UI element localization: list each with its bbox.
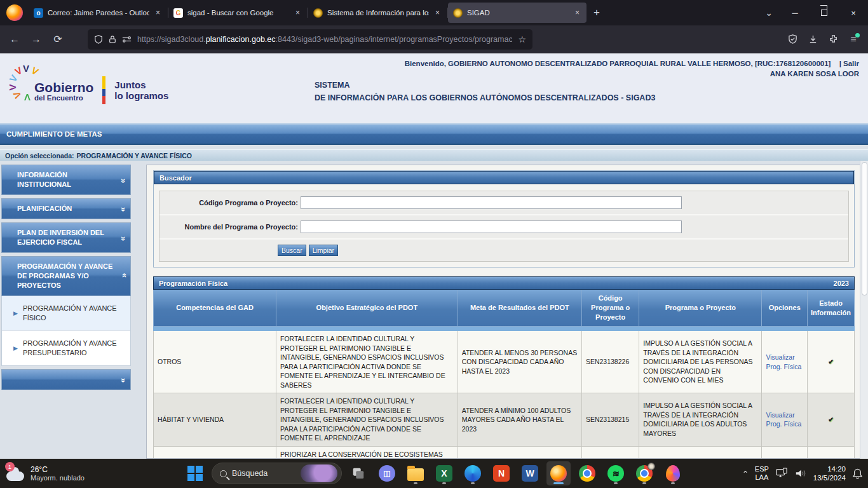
tab-close-icon[interactable]: ×: [294, 8, 302, 17]
flag-bar-icon: [102, 76, 105, 104]
back-icon[interactable]: ←: [5, 30, 24, 49]
volume-icon[interactable]: [794, 468, 807, 479]
buscar-button[interactable]: Buscar: [278, 245, 306, 256]
teams-chat-button[interactable]: ◫: [375, 461, 399, 485]
protections-icon[interactable]: [783, 30, 802, 49]
flame-app-button[interactable]: [661, 461, 685, 485]
extensions-icon[interactable]: [824, 30, 843, 49]
col-opciones: Opciones: [762, 290, 808, 327]
word-icon: W: [522, 465, 538, 482]
tab-sigad-active[interactable]: SIGAD ×: [448, 3, 587, 23]
edge-icon: [465, 465, 481, 482]
sidebar-subitem-avance-presupuestario[interactable]: ▶ PROGRAMACIÓN Y AVANCE PRESUPUESTARIO: [2, 331, 130, 365]
logo-slogan: Juntos lo logramos: [114, 79, 168, 101]
firefox-logo-icon[interactable]: [6, 4, 23, 21]
col-competencias: Competencias del GAD: [154, 290, 276, 327]
chrome-profile-button[interactable]: [632, 461, 656, 485]
tab-close-icon[interactable]: ×: [573, 8, 581, 17]
sidebar-item-informacion-institucional[interactable]: INFORMACIÓN INSTITUCIONAL »: [1, 165, 131, 195]
chrome-button[interactable]: [575, 461, 599, 485]
bookmark-star-icon[interactable]: ☆: [518, 34, 526, 44]
clock[interactable]: 14:20 13/5/2024: [813, 464, 846, 482]
menu-bar[interactable]: CUMPLIMIENTO DE METAS: [0, 123, 868, 145]
nombre-input[interactable]: [301, 220, 682, 233]
cell-codigo: SEN23138202: [581, 446, 639, 459]
tab-title: Sistema de Información para los: [327, 9, 429, 17]
taskbar-center: Búsqueda ◫ X N W ≋: [183, 459, 685, 488]
browser-tab-bar: o Correo: Jaime Paredes - Outloo × G sig…: [0, 0, 868, 25]
lock-icon[interactable]: [109, 35, 116, 44]
network-icon[interactable]: [775, 468, 788, 479]
google-favicon-icon: G: [173, 8, 183, 18]
shield-icon[interactable]: [94, 35, 103, 44]
content-row: INFORMACIÓN INSTITUCIONAL » PLANIFICACIÓ…: [0, 161, 868, 459]
search-panel-title: Buscador: [159, 174, 192, 182]
permissions-icon[interactable]: [122, 36, 132, 43]
visualizar-link[interactable]: Visualizar Prog. Física: [766, 411, 801, 428]
sidebar-item-finalizacion-reporte[interactable]: »: [1, 369, 131, 390]
table-row: OTROS FORTALECER LA IDENTIDAD CULTURAL Y…: [154, 331, 855, 393]
file-explorer-button[interactable]: [403, 461, 428, 485]
notification-bell-icon[interactable]: [852, 468, 863, 479]
search-highlight-image: [301, 464, 337, 482]
tab-title: sigad - Buscar con Google: [187, 9, 289, 17]
sidebar-subitem-avance-fisico[interactable]: ▶ PROGRAMACIÓN Y AVANCE FÍSICO: [2, 296, 130, 331]
menu-hamburger-icon[interactable]: ≡: [844, 30, 863, 49]
weather-widget[interactable]: 1 26°C Mayorm. nublado: [6, 465, 85, 482]
tab-close-icon[interactable]: ×: [154, 8, 162, 17]
tab-sistema[interactable]: Sistema de Información para los ×: [308, 3, 447, 23]
codigo-input[interactable]: [301, 196, 682, 209]
scrollbar-thumb[interactable]: [862, 162, 867, 295]
close-button[interactable]: ×: [839, 0, 868, 25]
form-row-nombre: Nombre del Programa o Proyecto:: [159, 215, 848, 240]
excel-icon: X: [436, 465, 452, 482]
taskbar-search[interactable]: Búsqueda: [212, 463, 342, 484]
visualizar-link[interactable]: Visualizar Prog. Física: [766, 353, 801, 370]
restore-icon: [821, 10, 827, 16]
sidebar-item-programacion-avance[interactable]: PROGRAMACIÓN Y AVANCE DE PROGRAMAS Y/O P…: [1, 256, 131, 296]
col-objetivo: Objetivo Estratégico del PDOT: [276, 290, 458, 327]
search-form: Código Programa o Proyecto: Nombre del P…: [159, 191, 849, 262]
pdf-button[interactable]: N: [489, 461, 513, 485]
programacion-fisica-panel: Programación Física 2023 Competencias de…: [153, 276, 855, 459]
teams-icon: ◫: [379, 465, 395, 482]
spotify-button[interactable]: ≋: [604, 461, 628, 485]
form-row-codigo: Código Programa o Proyecto:: [159, 191, 848, 215]
system-tray: ⌄ ESP LAA 14:20 13/5/2024: [742, 459, 863, 488]
sidebar-item-plan-inversion[interactable]: PLAN DE INVERSIÓN DEL EJERCICIO FISCAL »: [1, 222, 131, 253]
word-button[interactable]: W: [518, 461, 542, 485]
limpiar-button[interactable]: Limpiar: [309, 245, 338, 256]
sidebar-item-planificacion[interactable]: PLANIFICACIÓN »: [1, 198, 131, 219]
tab-outlook[interactable]: o Correo: Jaime Paredes - Outloo ×: [29, 3, 167, 23]
window-controls: ─ ×: [780, 0, 868, 25]
tab-google-search[interactable]: G sigad - Buscar con Google ×: [168, 3, 307, 23]
windows-logo-icon: [187, 466, 203, 481]
new-tab-button[interactable]: +: [587, 5, 606, 20]
logout-link[interactable]: | Salir: [839, 60, 859, 67]
url-text[interactable]: https://sigad3cloud.planificacion.gob.ec…: [137, 35, 512, 44]
reload-icon[interactable]: ⟳: [48, 30, 67, 49]
url-bar[interactable]: https://sigad3cloud.planificacion.gob.ec…: [88, 29, 532, 50]
nav-right-icons: ≡: [783, 30, 863, 49]
start-button[interactable]: [183, 461, 207, 485]
task-view-button[interactable]: [346, 461, 370, 485]
forward-icon[interactable]: →: [27, 30, 46, 49]
submenu-arrow-icon: ▶: [13, 310, 18, 316]
restore-button[interactable]: [810, 0, 839, 25]
firefox-button[interactable]: [546, 461, 571, 485]
cloud-icon: 1: [6, 466, 25, 481]
menu-bar-title: CUMPLIMIENTO DE METAS: [6, 130, 102, 138]
page-scrollbar[interactable]: [860, 161, 868, 459]
edge-button[interactable]: [461, 461, 485, 485]
codigo-label: Código Programa o Proyecto:: [159, 199, 301, 207]
language-indicator[interactable]: ESP LAA: [755, 465, 769, 482]
list-all-tabs-icon[interactable]: ⌄: [757, 8, 780, 18]
hidden-icons-chevron[interactable]: ⌄: [742, 469, 749, 478]
tab-close-icon[interactable]: ×: [433, 8, 442, 17]
downloads-icon[interactable]: [803, 30, 822, 49]
check-icon: ✔: [808, 331, 855, 393]
excel-button[interactable]: X: [432, 461, 456, 485]
minimize-button[interactable]: ─: [780, 0, 810, 25]
search-panel: Buscador Código Programa o Proyecto: Nom…: [153, 170, 855, 268]
table-row: HÁBITAT Y VIVIENDA FORTALECER LA IDENTID…: [154, 393, 855, 447]
